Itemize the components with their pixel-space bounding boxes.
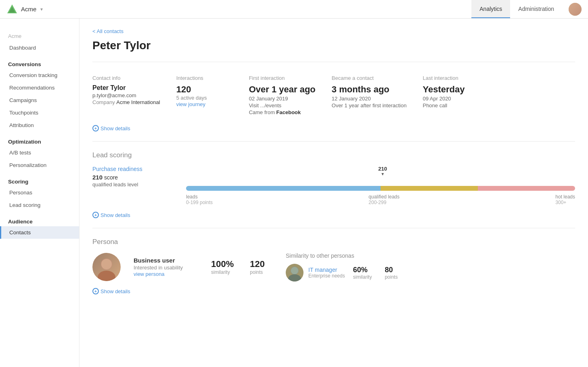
sim-similarity-value: 60% xyxy=(353,266,372,274)
persona-section-title: Persona xyxy=(92,238,575,246)
persona-similarity: 100% similarity xyxy=(211,259,234,275)
persona-show-details-label: Show details xyxy=(100,288,130,294)
interactions-label: Interactions xyxy=(176,75,233,81)
contact-company: Company Acme International xyxy=(92,99,160,105)
sim-similarity-label: similarity xyxy=(353,274,372,280)
contact-name: Peter Tylor xyxy=(92,84,160,92)
became-contact-detail: Over 1 year after first interaction xyxy=(332,102,407,108)
sidebar-item-personalization[interactable]: Personalization xyxy=(0,159,79,171)
sidebar-item-personas[interactable]: Personas xyxy=(0,186,79,199)
first-interaction-source: Came from Facebook xyxy=(249,109,316,115)
similar-persona-avatar-svg xyxy=(286,264,303,282)
interactions-count: 120 xyxy=(176,84,233,95)
company-name: Acme International xyxy=(116,99,160,105)
persona-show-details[interactable]: + Show details xyxy=(92,288,575,294)
sidebar-item-dashboard[interactable]: Dashboard xyxy=(0,42,79,54)
main-layout: Acme Dashboard Conversions Conversion tr… xyxy=(0,0,588,367)
purchase-readiness-link[interactable]: Purchase readiness xyxy=(92,166,173,172)
level-value: qualified leads xyxy=(92,181,126,188)
view-journey-link[interactable]: view journey xyxy=(176,101,205,107)
similar-persona-metrics: 60% similarity 80 points xyxy=(353,266,398,280)
became-contact-col: Became a contact 3 months ago 12 January… xyxy=(332,75,407,115)
sidebar-category-scoring: Scoring xyxy=(0,175,79,186)
similar-persona-info: IT manager Enterprise needs xyxy=(308,267,345,279)
contact-info-label: Contact info xyxy=(92,75,160,81)
brand-dropdown-icon[interactable]: ▾ xyxy=(40,6,43,12)
user-avatar[interactable] xyxy=(569,3,582,16)
sidebar-item-ab-tests[interactable]: A/B tests xyxy=(0,146,79,159)
sidebar-item-contacts[interactable]: Contacts xyxy=(0,226,79,239)
bar-qualified-leads xyxy=(381,186,478,191)
app-logo-icon xyxy=(6,4,18,15)
score-indicator-container: 210 ▼ xyxy=(186,166,575,178)
similarity-section: Similarity to other personas IT manager … xyxy=(286,252,398,282)
show-details-icon: + xyxy=(92,125,99,131)
last-interaction-type: Phone call xyxy=(423,102,479,108)
svg-point-6 xyxy=(288,274,301,282)
persona-avatar-svg xyxy=(92,253,121,281)
sim-points-label: points xyxy=(385,274,398,280)
contact-email: p.tylor@acme.com xyxy=(92,92,160,98)
sidebar-item-campaigns[interactable]: Campaigns xyxy=(0,94,79,106)
score-number: 210 xyxy=(92,174,103,181)
company-label: Company xyxy=(92,99,115,105)
similarity-row: IT manager Enterprise needs 60% similari… xyxy=(286,264,398,282)
divider-1 xyxy=(92,62,575,62)
contact-show-details[interactable]: + Show details xyxy=(92,125,575,131)
top-nav-links: Analytics Administration xyxy=(471,0,562,18)
score-indicator-arrow-icon: ▼ xyxy=(381,172,385,176)
avatar-image xyxy=(569,3,582,16)
sidebar-item-lead-scoring[interactable]: Lead scoring xyxy=(0,199,79,211)
persona-name: Business user xyxy=(134,257,198,264)
bar-label-leads: leads 0-199 points xyxy=(186,194,213,205)
breadcrumb[interactable]: All contacts xyxy=(92,28,575,34)
score-indicator-value: 210 xyxy=(378,166,387,172)
scoring-show-details[interactable]: + Show details xyxy=(92,212,575,218)
lead-scoring-content: Purchase readiness 210 score qualified l… xyxy=(92,166,575,205)
persona-similarity-label: similarity xyxy=(211,269,234,275)
view-persona-link[interactable]: view persona xyxy=(134,271,165,277)
interactions-col: Interactions 120 5 active days view jour… xyxy=(176,75,233,115)
sidebar-category-audience: Audience xyxy=(0,215,79,226)
bar-labels: leads 0-199 points qualified leads 200-2… xyxy=(186,194,575,205)
came-from-label: Came from xyxy=(249,109,276,115)
sidebar-item-recommendations[interactable]: Recommendations xyxy=(0,81,79,94)
last-interaction-label: Last interaction xyxy=(423,75,479,81)
sidebar-item-attribution[interactable]: Attribution xyxy=(0,119,79,131)
persona-show-details-icon: + xyxy=(92,288,99,294)
top-navigation: Acme ▾ Analytics Administration xyxy=(0,0,588,19)
nav-administration[interactable]: Administration xyxy=(510,0,562,18)
main-content: All contacts Peter Tylor Contact info Pe… xyxy=(80,19,588,367)
interactions-active-days: 5 active days xyxy=(176,95,233,101)
first-interaction-main: Over 1 year ago xyxy=(249,84,316,95)
sidebar-item-conversion-tracking[interactable]: Conversion tracking xyxy=(0,69,79,81)
nav-analytics[interactable]: Analytics xyxy=(471,0,510,18)
divider-3 xyxy=(92,228,575,228)
sidebar: Acme Dashboard Conversions Conversion tr… xyxy=(0,19,80,367)
sidebar-section-title: Acme xyxy=(0,27,79,42)
last-interaction-date: 09 Apr 2020 xyxy=(423,96,479,102)
first-interaction-date: 02 January 2019 xyxy=(249,96,316,102)
similar-persona-desc: Enterprise needs xyxy=(308,273,345,279)
sidebar-item-touchpoints[interactable]: Touchpoints xyxy=(0,106,79,119)
persona-points: 120 points xyxy=(250,259,265,275)
persona-content: Business user Interested in usability vi… xyxy=(92,252,575,282)
persona-info: Business user Interested in usability vi… xyxy=(134,257,198,277)
last-interaction-main: Yesterday xyxy=(423,84,479,95)
first-interaction-label: First interaction xyxy=(249,75,316,81)
sim-points-value: 80 xyxy=(385,266,398,274)
score-indicator: 210 ▼ xyxy=(378,166,387,176)
persona-similarity-value: 100% xyxy=(211,259,234,269)
source-name: Facebook xyxy=(276,109,301,115)
contact-info-grid: Contact info Peter Tylor p.tylor@acme.co… xyxy=(92,72,575,119)
bar-label-hot: hot leads 300+ xyxy=(555,194,575,205)
svg-point-3 xyxy=(98,271,115,281)
similar-persona-avatar xyxy=(286,264,303,282)
persona-points-label: points xyxy=(250,269,265,275)
persona-avatar xyxy=(92,253,121,281)
similar-persona-name[interactable]: IT manager xyxy=(308,267,345,273)
scoring-bar-area: 210 ▼ leads 0-199 points qualified lead xyxy=(186,166,575,205)
brand-logo[interactable]: Acme ▾ xyxy=(6,4,43,15)
scoring-score: 210 score xyxy=(92,174,173,181)
bar-hot-leads xyxy=(478,186,575,191)
